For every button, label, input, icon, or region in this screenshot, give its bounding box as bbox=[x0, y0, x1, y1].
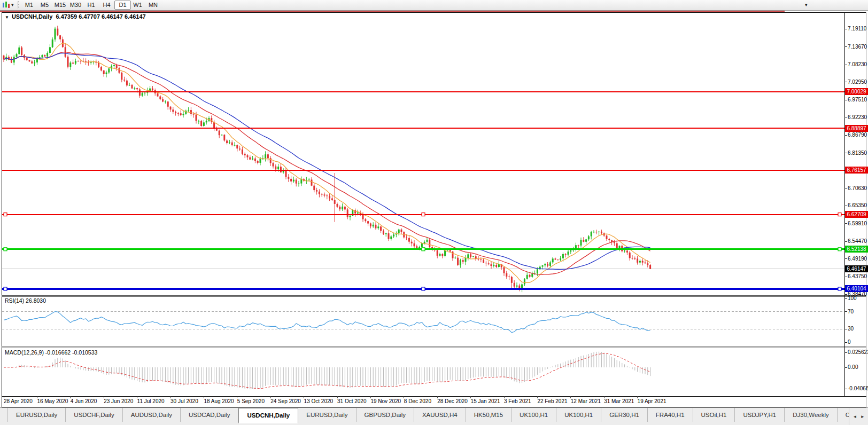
macd-label: MACD(12,26,9) -0.016662 -0.010533 bbox=[5, 349, 97, 356]
chart-title: USDCNH,Daily bbox=[12, 13, 52, 20]
chart-tab-bar: EURUSD,DailyUSDCHF,DailyAUDUSD,DailyUSDC… bbox=[0, 407, 849, 425]
macd-axis-label: 0.00 bbox=[848, 364, 858, 370]
date-axis-label: 13 Oct 2020 bbox=[304, 398, 333, 404]
hline-handle[interactable] bbox=[838, 213, 841, 216]
toolbar-grip[interactable] bbox=[18, 1, 20, 9]
tab-usdchf-daily[interactable]: USDCHF,Daily bbox=[66, 408, 122, 422]
tab-china300-h1[interactable]: CHINA300,H1 bbox=[838, 408, 849, 422]
ma-slow-line bbox=[4, 53, 650, 269]
hline-handle[interactable] bbox=[422, 287, 425, 290]
price-axis-label: 6.49190 bbox=[848, 256, 867, 262]
hline-price-badge: 6.88897 bbox=[845, 125, 868, 132]
timeframe-button-h4[interactable]: H4 bbox=[99, 1, 114, 9]
hline-handle[interactable] bbox=[4, 287, 7, 290]
date-axis-label: 24 Sep 2020 bbox=[270, 398, 301, 404]
date-axis-label: 30 Jul 2020 bbox=[170, 398, 198, 404]
dropdown-caret-icon[interactable]: ▾ bbox=[11, 2, 14, 9]
date-axis-label: 16 May 2020 bbox=[37, 398, 68, 404]
price-axis-label: 6.70630 bbox=[848, 185, 867, 191]
collapse-icon[interactable]: ▼ bbox=[5, 15, 9, 20]
tab-scroll-buttons: ◄ ► bbox=[849, 407, 868, 425]
tab-usdcnh-daily[interactable]: USDCNH,Daily bbox=[238, 408, 298, 423]
timeframe-button-d1[interactable]: D1 bbox=[114, 1, 131, 10]
price-axis-label: 6.92230 bbox=[848, 114, 867, 120]
timeframe-button-m30[interactable]: M30 bbox=[68, 1, 83, 9]
ma-mid-line bbox=[4, 52, 650, 274]
price-axis-label: 6.54470 bbox=[848, 238, 867, 244]
rsi-line bbox=[4, 312, 650, 333]
chart-title-bar: ▼USDCNH,Daily 6.47359 6.47707 6.46147 6.… bbox=[3, 13, 842, 22]
hline-price-badge: 6.76157 bbox=[845, 167, 868, 174]
rsi-axis-label: 100 bbox=[848, 295, 857, 301]
tab-uk100-h1[interactable]: UK100,H1 bbox=[556, 408, 601, 422]
timeframe-button-h1[interactable]: H1 bbox=[83, 1, 99, 9]
price-axis-label: 6.43750 bbox=[848, 273, 867, 279]
hline-handle[interactable] bbox=[4, 248, 7, 251]
rsi-pane[interactable] bbox=[2, 312, 844, 333]
date-axis-label: 5 Sep 2020 bbox=[237, 398, 265, 404]
tab-uk100-h1[interactable]: UK100,H1 bbox=[511, 408, 556, 422]
toolbar-more-icon[interactable]: ▾ bbox=[805, 2, 808, 7]
date-axis-label: 3 Feb 2021 bbox=[504, 398, 531, 404]
hline-handle[interactable] bbox=[422, 213, 425, 216]
date-axis-label: 28 Apr 2020 bbox=[4, 398, 33, 404]
tab-ger30-h1[interactable]: GER30,H1 bbox=[601, 408, 648, 422]
hline-price-badge: 7.00029 bbox=[845, 88, 868, 95]
date-axis-label: 23 Jun 2020 bbox=[104, 398, 133, 404]
date-axis-label: 19 Nov 2020 bbox=[370, 398, 401, 404]
price-axis-label: 6.59910 bbox=[848, 221, 867, 226]
tab-usdjpy-h1[interactable]: USDJPY,H1 bbox=[735, 408, 785, 422]
chart-canvas[interactable] bbox=[0, 0, 868, 425]
price-axis-label: 7.08230 bbox=[848, 61, 867, 67]
hline-handle[interactable] bbox=[4, 213, 7, 216]
tab-hk50-m15[interactable]: HK50,M15 bbox=[466, 408, 511, 422]
window-frame bbox=[2, 12, 866, 407]
tab-scroll-right-icon[interactable]: ► bbox=[861, 414, 865, 419]
hline-price-badge: 6.52138 bbox=[845, 246, 868, 253]
tab-dj30-weekly[interactable]: DJ30,Weekly bbox=[785, 408, 838, 422]
date-axis-label: 12 Mar 2021 bbox=[571, 398, 601, 404]
rsi-label: RSI(14) 26.8030 bbox=[5, 297, 46, 304]
date-axis-label: 19 Apr 2021 bbox=[638, 398, 666, 404]
timeframe-button-w1[interactable]: W1 bbox=[130, 1, 145, 9]
hline-handle[interactable] bbox=[838, 287, 841, 290]
date-axis-label: 8 Dec 2020 bbox=[404, 398, 431, 404]
tab-scroll-left-icon[interactable]: ◄ bbox=[852, 414, 857, 419]
tab-eurusd-daily[interactable]: EURUSD,Daily bbox=[7, 408, 66, 422]
timeframe-button-m5[interactable]: M5 bbox=[37, 1, 52, 9]
hline-handle[interactable] bbox=[422, 248, 425, 251]
tab-eurusd-daily[interactable]: EURUSD,Daily bbox=[298, 408, 356, 422]
macd-axis-label: -0.040687 bbox=[848, 385, 868, 391]
timeframe-button-m1[interactable]: M1 bbox=[21, 1, 37, 9]
current-price-badge: 6.46147 bbox=[845, 265, 868, 272]
chart-quote-line: 6.47359 6.47707 6.46147 6.46147 bbox=[56, 13, 145, 20]
main-chart-pane[interactable] bbox=[2, 26, 844, 292]
toolbar-red-underline bbox=[0, 11, 785, 12]
date-axis-label: 28 Dec 2020 bbox=[437, 398, 468, 404]
candles bbox=[3, 26, 652, 292]
tab-usoil-h1[interactable]: USOil,H1 bbox=[693, 408, 735, 422]
tab-audusd-daily[interactable]: AUDUSD,Daily bbox=[123, 408, 181, 422]
price-axis-label: 6.86790 bbox=[848, 132, 867, 138]
timeframe-button-m15[interactable]: M15 bbox=[52, 1, 68, 9]
macd-pane[interactable] bbox=[4, 352, 650, 390]
timeframe-button-mn[interactable]: MN bbox=[145, 1, 161, 9]
hline-handle[interactable] bbox=[838, 248, 841, 251]
price-axis-label: 6.81350 bbox=[848, 150, 867, 156]
tab-usdcad-daily[interactable]: USDCAD,Daily bbox=[181, 408, 238, 422]
chart-tool-icon[interactable] bbox=[2, 1, 10, 9]
rsi-axis-label: 70 bbox=[848, 309, 854, 314]
date-axis-label: 11 Jul 2020 bbox=[137, 398, 165, 404]
tab-fra40-h1[interactable]: FRA40,H1 bbox=[648, 408, 693, 422]
date-axis-label: 31 Oct 2020 bbox=[337, 398, 366, 404]
date-axis-label: 4 Jun 2020 bbox=[71, 398, 97, 404]
tab-xauusd-h4[interactable]: XAUUSD,H4 bbox=[414, 408, 466, 422]
price-axis-label: 6.65350 bbox=[848, 202, 867, 208]
date-axis-label: 15 Jan 2021 bbox=[471, 398, 500, 404]
price-axis-label: 7.13670 bbox=[848, 44, 867, 50]
rsi-axis-label: 30 bbox=[848, 326, 854, 332]
tab-gbpusd-daily[interactable]: GBPUSD,Daily bbox=[356, 408, 414, 422]
macd-histogram bbox=[4, 352, 650, 390]
date-axis-label: 18 Aug 2020 bbox=[204, 398, 234, 404]
price-axis-label: 7.02950 bbox=[848, 79, 867, 85]
